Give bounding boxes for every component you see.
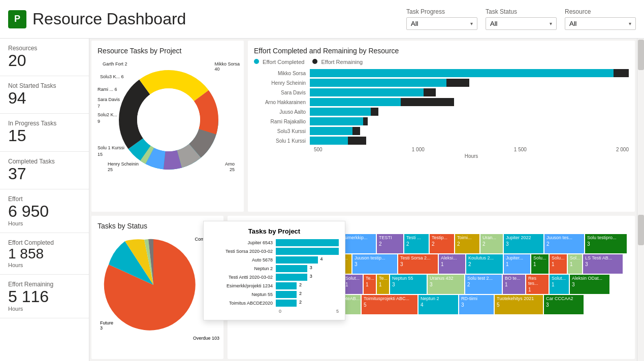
resource-tile-47[interactable]: Toimitusprojekti ABC...5 bbox=[362, 295, 417, 314]
tasks-by-status-panel: Tasks by Status Completed bbox=[91, 216, 223, 359]
resource-tile-38[interactable]: BO te...1 bbox=[503, 275, 525, 294]
popup-bar-label-1: Testi Sorsa 2020-03-02 bbox=[210, 249, 276, 254]
tile-label-51: Car CCCAA2 bbox=[546, 297, 582, 302]
popup-x-5: 5 bbox=[336, 309, 339, 314]
resource-tile-41[interactable]: Aleksin ODat...3 bbox=[570, 275, 609, 294]
resource-tile-20[interactable]: Testi Sorsa 2...3 bbox=[398, 254, 438, 274]
pie-svg bbox=[103, 234, 204, 336]
chevron-down-icon-2: ▾ bbox=[550, 21, 552, 26]
resource-tile-26[interactable]: Sol...1 bbox=[568, 254, 582, 274]
tile-count-26: 1 bbox=[570, 261, 580, 267]
popup-bar-fill-5 bbox=[276, 282, 297, 289]
popup-bar-label-7: Toimitus ABCDE2020 bbox=[210, 301, 276, 306]
popup-bar-value-7: 2 bbox=[299, 300, 302, 305]
task-status-select[interactable]: All ▾ bbox=[486, 17, 557, 30]
popup-x-0: 0 bbox=[279, 309, 281, 314]
resource-tile-9[interactable]: Jupiter 20223 bbox=[504, 234, 543, 253]
resource-tile-21[interactable]: Aleksi...1 bbox=[439, 254, 465, 274]
tile-label-50: Tuotekehitys 2021 bbox=[497, 297, 541, 302]
resource-tile-49[interactable]: RD-tiimi3 bbox=[459, 295, 494, 314]
donut-label-henry-val: 25 bbox=[108, 167, 113, 172]
resource-select[interactable]: All ▾ bbox=[565, 17, 636, 30]
resource-tile-10[interactable]: Juuson tes...2 bbox=[544, 234, 584, 253]
tile-count-9: 3 bbox=[506, 241, 541, 247]
donut-svg bbox=[113, 64, 224, 176]
main-content: Resources 20 Not Started Tasks 94 In Pro… bbox=[0, 39, 644, 361]
hbar-track-3 bbox=[310, 98, 629, 106]
task-progress-filter: Task Progress All ▾ bbox=[406, 8, 477, 30]
resource-tile-4[interactable]: TESTI2 bbox=[377, 234, 403, 253]
resource-tile-50[interactable]: Tuotekehitys 20215 bbox=[495, 295, 543, 314]
hbar-row-7: Solu 1 Kurssi bbox=[254, 137, 629, 145]
popup-bar-fill-3 bbox=[276, 265, 307, 272]
x-tick: 500 bbox=[314, 147, 323, 152]
popup-bar-label-6: Neptun 55 bbox=[210, 292, 276, 297]
legend-remaining: Effort Remaining bbox=[312, 59, 363, 65]
popup-bar-row-1: Testi Sorsa 2020-03-02 6 bbox=[210, 248, 339, 255]
scrollbar-thumb-bottom[interactable] bbox=[638, 215, 644, 245]
tile-label-11: Solu testipro... bbox=[587, 236, 625, 241]
legend-completed: Effort Completed bbox=[254, 59, 304, 65]
resource-tile-24[interactable]: Solu...1 bbox=[531, 254, 549, 274]
effort-chart-panel: Effort Completed and Remaining by Resour… bbox=[248, 41, 635, 212]
tile-label-26: Sol... bbox=[570, 256, 580, 261]
tile-count-35: 3 bbox=[392, 282, 425, 287]
resource-tile-40[interactable]: Solut...1 bbox=[550, 275, 569, 294]
tile-count-51: 3 bbox=[546, 302, 582, 308]
popup-bar-fill-7 bbox=[276, 300, 297, 307]
popup-bar-fill-1 bbox=[276, 248, 339, 255]
hbar-completed-4 bbox=[310, 108, 371, 116]
resource-tile-25[interactable]: Solu...1 bbox=[550, 254, 567, 274]
kpi-effort-remaining-label: Effort Remaining bbox=[8, 281, 81, 288]
resource-tile-32[interactable]: Solut...1 bbox=[343, 275, 363, 294]
app-icon: P bbox=[8, 10, 26, 28]
resource-tile-22[interactable]: Koulutus 2...2 bbox=[466, 254, 503, 274]
hbar-track-2 bbox=[310, 88, 629, 96]
resource-tile-39[interactable]: Res tes...1 bbox=[526, 275, 549, 294]
hbar-remaining-7 bbox=[348, 137, 366, 145]
tile-count-24: 1 bbox=[533, 261, 546, 267]
scrollbar[interactable] bbox=[637, 39, 644, 214]
tile-count-50: 5 bbox=[497, 302, 541, 308]
popup-bar-fill-4 bbox=[276, 274, 307, 281]
hbar-row-0: Mikko Sorsa bbox=[254, 69, 629, 77]
hbar-label-3: Arno Hakkarainen bbox=[254, 100, 310, 105]
resource-tile-19[interactable]: Juuson testip...3 bbox=[352, 254, 397, 274]
x-tick: 1 000 bbox=[412, 147, 425, 152]
kpi-effort-completed-unit: Hours bbox=[8, 262, 81, 268]
tile-label-40: Solut... bbox=[552, 276, 567, 281]
popup-bar-track-6: 2 bbox=[276, 291, 339, 298]
resource-tile-37[interactable]: Solu test 2...2 bbox=[465, 275, 502, 294]
tile-label-37: Solu test 2... bbox=[467, 276, 500, 281]
kpi-resources-value: 20 bbox=[8, 52, 81, 70]
popup-bars: Jupiter 6543 6 Testi Sorsa 2020-03-02 6 … bbox=[210, 239, 339, 307]
tile-count-5: 2 bbox=[406, 241, 427, 247]
resource-tile-8[interactable]: Uran...2 bbox=[480, 234, 503, 253]
resource-tile-51[interactable]: Car CCCAA23 bbox=[544, 295, 584, 314]
scrollbar-bottom[interactable] bbox=[637, 214, 644, 361]
popup-bar-track-5: 2 bbox=[276, 282, 339, 289]
resource-tile-33[interactable]: Te...1 bbox=[364, 275, 376, 294]
resource-tile-5[interactable]: Testi ...2 bbox=[404, 234, 429, 253]
resource-tile-7[interactable]: Toimi...2 bbox=[455, 234, 479, 253]
resource-tile-34[interactable]: Te...1 bbox=[377, 275, 389, 294]
resource-tile-27[interactable]: LS Testi AB...3 bbox=[583, 254, 623, 274]
resource-tile-23[interactable]: Jupiter...1 bbox=[504, 254, 530, 274]
kpi-effort-remaining: Effort Remaining 5 116 Hours bbox=[0, 275, 89, 318]
kpi-in-progress: In Progress Tasks 15 bbox=[0, 114, 89, 151]
task-progress-select[interactable]: All ▾ bbox=[406, 17, 477, 30]
donut-label-solu1: Solu 1 Kurssi bbox=[98, 145, 124, 150]
scrollbar-thumb[interactable] bbox=[638, 40, 644, 70]
tile-count-49: 3 bbox=[461, 302, 492, 308]
resource-tile-48[interactable]: Neptun 24 bbox=[418, 295, 458, 314]
tile-label-20: Testi Sorsa 2... bbox=[400, 256, 436, 261]
resource-tile-11[interactable]: Solu testipro...3 bbox=[585, 234, 627, 253]
popup-bar-track-4: 3 bbox=[276, 274, 339, 281]
tile-label-36: Uranus 432 bbox=[430, 276, 462, 281]
resource-tile-6[interactable]: Testip...2 bbox=[430, 234, 454, 253]
popup-bar-value-6: 2 bbox=[299, 291, 302, 296]
popup-bar-fill-0 bbox=[276, 239, 339, 246]
resource-tile-36[interactable]: Uranus 4323 bbox=[428, 275, 464, 294]
hbar-completed-6 bbox=[310, 127, 352, 135]
resource-tile-35[interactable]: Neptun 553 bbox=[390, 275, 427, 294]
